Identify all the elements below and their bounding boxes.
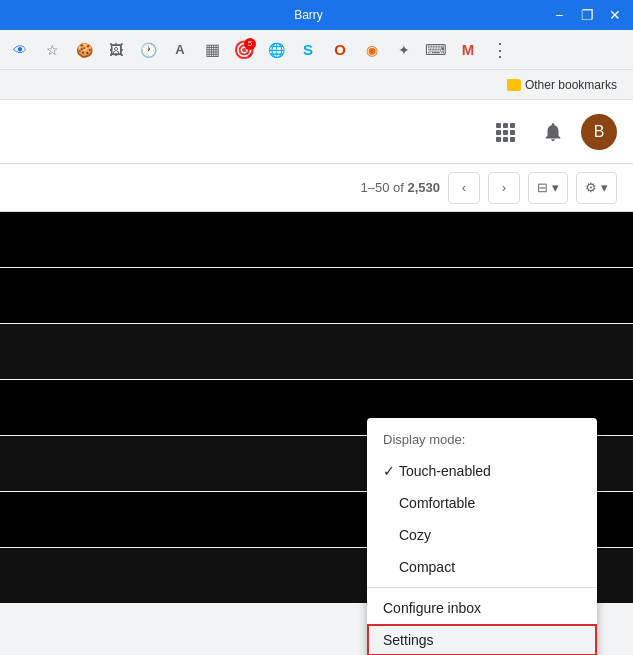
close-button[interactable]: ✕ [605, 5, 625, 25]
gmail-header: B [0, 100, 633, 164]
cozy-option[interactable]: Cozy [367, 519, 597, 551]
prev-page-button[interactable]: ‹ [448, 172, 480, 204]
svg-rect-3 [496, 130, 501, 135]
folder-icon [507, 79, 521, 91]
more-menu-icon[interactable]: ⋮ [486, 36, 514, 64]
avatar[interactable]: B [581, 114, 617, 150]
pagination-info: 1–50 of 2,530 [360, 180, 440, 195]
compact-option[interactable]: Compact [367, 551, 597, 583]
comfortable-option[interactable]: Comfortable [367, 487, 597, 519]
view-dropdown-icon: ▾ [552, 180, 559, 195]
svg-rect-8 [510, 137, 515, 142]
svg-rect-4 [503, 130, 508, 135]
minimize-button[interactable]: − [549, 5, 569, 25]
extension-badge-icon[interactable]: 🎯 5 [230, 36, 258, 64]
cozy-label: Cozy [399, 527, 431, 543]
settings-label: Settings [383, 632, 434, 648]
rss-icon[interactable]: ◉ [358, 36, 386, 64]
translate-icon[interactable]: A [166, 36, 194, 64]
cookie-icon[interactable]: 🍪 [70, 36, 98, 64]
comfortable-label: Comfortable [399, 495, 475, 511]
title-bar: Barry − ❐ ✕ [0, 0, 633, 30]
configure-inbox-option[interactable]: Configure inbox [367, 592, 597, 624]
settings-button[interactable]: ⚙ ▾ [576, 172, 617, 204]
maximize-button[interactable]: ❐ [577, 5, 597, 25]
skype-icon[interactable]: S [294, 36, 322, 64]
menu-divider-1 [367, 587, 597, 588]
svg-rect-0 [496, 123, 501, 128]
email-row[interactable] [0, 268, 633, 323]
clock-icon[interactable]: 🕐 [134, 36, 162, 64]
notification-bell-button[interactable] [533, 112, 573, 152]
gmail-toolbar: 1–50 of 2,530 ‹ › ⊟ ▾ ⚙ ▾ [0, 164, 633, 212]
browser-toolbar: 👁 ☆ 🍪 🖼 🕐 A ▦ 🎯 5 🌐 S O ◉ ✦ ⌨ M ⋮ [0, 30, 633, 70]
bookmarks-bar: Other bookmarks [0, 70, 633, 100]
svg-rect-6 [496, 137, 501, 142]
next-page-button[interactable]: › [488, 172, 520, 204]
svg-rect-1 [503, 123, 508, 128]
view-icon: ⊟ [537, 180, 548, 195]
badge-count: 5 [244, 38, 256, 50]
settings-dropdown-menu: Display mode: Touch-enabled Comfortable … [367, 418, 597, 655]
eye-icon[interactable]: 👁 [6, 36, 34, 64]
star-icon[interactable]: ☆ [38, 36, 66, 64]
svg-rect-2 [510, 123, 515, 128]
email-row[interactable] [0, 212, 633, 267]
svg-rect-5 [510, 130, 515, 135]
apps-grid-button[interactable] [485, 112, 525, 152]
main-content: Display mode: Touch-enabled Comfortable … [0, 212, 633, 603]
keyboard-icon[interactable]: ⌨ [422, 36, 450, 64]
office-icon[interactable]: O [326, 36, 354, 64]
title-bar-controls: − ❐ ✕ [549, 5, 625, 25]
compact-label: Compact [399, 559, 455, 575]
other-bookmarks-label: Other bookmarks [525, 78, 617, 92]
touch-enabled-option[interactable]: Touch-enabled [367, 455, 597, 487]
image-icon[interactable]: 🖼 [102, 36, 130, 64]
settings-option[interactable]: Settings [367, 624, 597, 655]
touch-enabled-label: Touch-enabled [399, 463, 491, 479]
other-bookmarks-item[interactable]: Other bookmarks [499, 76, 625, 94]
gear-icon: ⚙ [585, 180, 597, 195]
image2-icon[interactable]: ▦ [198, 36, 226, 64]
svg-rect-7 [503, 137, 508, 142]
m-icon[interactable]: M [454, 36, 482, 64]
configure-inbox-label: Configure inbox [383, 600, 481, 616]
settings-dropdown-icon: ▾ [601, 180, 608, 195]
globe-icon[interactable]: 🌐 [262, 36, 290, 64]
display-mode-label: Display mode: [367, 426, 597, 455]
email-row[interactable] [0, 324, 633, 379]
view-options-button[interactable]: ⊟ ▾ [528, 172, 568, 204]
puzzle-icon[interactable]: ✦ [390, 36, 418, 64]
title-bar-title: Barry [68, 8, 549, 22]
